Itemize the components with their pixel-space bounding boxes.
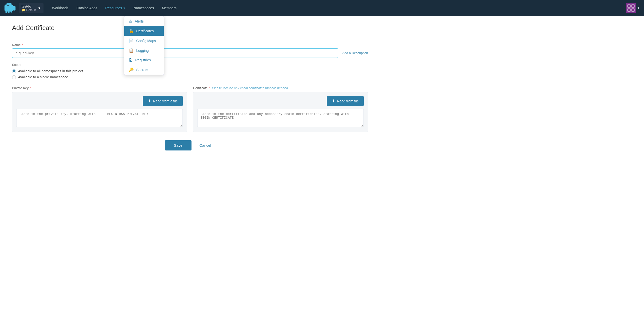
project-chevron-icon: ▼ [38,6,41,10]
scope-all-namespaces[interactable]: Available to all namespaces in this proj… [12,69,368,73]
private-key-box: ⬆ Read from a file [12,92,187,132]
menu-item-config-maps[interactable]: 📄 Config Maps [124,36,164,46]
scope-radio-group: Available to all namespaces in this proj… [12,69,368,79]
certificate-hint: Please include any chain certificates th… [212,86,289,90]
svg-rect-5 [8,11,10,13]
scope-section: Scope Available to all namespaces in thi… [12,63,368,79]
private-key-textarea[interactable] [16,109,183,127]
svg-point-3 [8,5,9,6]
svg-rect-1 [6,3,12,7]
cancel-button[interactable]: Cancel [196,140,215,150]
config-maps-icon: 📄 [129,38,134,43]
project-name: testdo [22,5,36,8]
secrets-icon: 🔑 [129,67,134,72]
certificates-icon: 🔒 [129,29,134,33]
private-key-upload-row: ⬆ Read from a file [16,96,183,106]
save-button[interactable]: Save [165,140,192,150]
svg-rect-13 [628,9,630,11]
navbar-right: ▼ [626,3,640,13]
private-key-upload-btn[interactable]: ⬆ Read from a file [143,96,183,106]
logo[interactable] [4,3,17,14]
user-avatar[interactable] [626,3,636,13]
project-sub: 📁 Default [22,8,36,12]
main-content: Add Certificate Name * Add a Description… [0,16,380,158]
project-selector[interactable]: testdo 📁 Default ▼ [19,3,44,13]
main-nav: Workloads Catalog Apps Resources ▼ Names… [48,4,626,12]
svg-rect-6 [10,11,12,13]
add-description-link[interactable]: Add a Description [342,43,368,55]
page-title: Add Certificate [12,24,368,32]
svg-rect-11 [628,5,630,7]
certificate-label-row: Certificate * Please include any chain c… [193,86,368,90]
nav-catalog-apps[interactable]: Catalog Apps [73,4,101,12]
nav-namespaces[interactable]: Namespaces [130,4,158,12]
certificate-upload-row: ⬆ Read from file [197,96,364,106]
user-chevron-icon[interactable]: ▼ [637,6,640,10]
svg-rect-2 [13,6,16,11]
resources-dropdown: ⚠ Alerts 🔒 Certificates 📄 Config Maps 📋 … [124,16,164,75]
menu-item-alerts[interactable]: ⚠ Alerts [124,16,164,26]
name-required-star: * [22,43,23,47]
scope-label: Scope [12,63,368,67]
menu-item-logging[interactable]: 📋 Logging [124,46,164,55]
private-key-panel: Private Key * ⬆ Read from a file [12,86,187,132]
certificate-box: ⬆ Read from file [193,92,368,132]
scope-single-namespace[interactable]: Available to a single namespace [12,75,368,79]
title-divider [12,36,368,36]
private-key-label: Private Key [12,86,28,90]
menu-item-registries[interactable]: 🗄 Registries [124,55,164,65]
svg-rect-12 [632,5,634,7]
name-label: Name * [12,43,338,47]
certificate-label: Certificate [193,86,208,90]
alerts-icon: ⚠ [129,19,132,24]
menu-item-certificates[interactable]: 🔒 Certificates [124,26,164,36]
scope-single-radio[interactable] [12,75,16,79]
resources-chevron-icon: ▼ [123,7,126,10]
scope-all-radio[interactable] [12,69,16,73]
cert-upload-icon: ⬆ [332,99,335,103]
nav-members[interactable]: Members [158,4,180,12]
key-cert-panels: Private Key * ⬆ Read from a file Certifi… [12,86,368,132]
nav-workloads[interactable]: Workloads [48,4,72,12]
certificate-panel: Certificate * Please include any chain c… [193,86,368,132]
logging-icon: 📋 [129,48,134,53]
certificate-textarea[interactable] [197,109,364,127]
name-input[interactable] [12,48,338,58]
action-row: Save Cancel [12,140,368,150]
private-key-required-star: * [30,86,31,90]
certificate-required-star: * [209,86,210,90]
svg-rect-4 [6,11,7,13]
nav-resources[interactable]: Resources ▼ [102,4,129,12]
svg-rect-14 [632,9,634,11]
certificate-upload-btn[interactable]: ⬆ Read from file [327,96,364,106]
registries-icon: 🗄 [129,58,133,62]
navbar: testdo 📁 Default ▼ Workloads Catalog App… [0,0,644,16]
private-key-label-row: Private Key * [12,86,187,90]
menu-item-secrets[interactable]: 🔑 Secrets [124,65,164,75]
upload-icon: ⬆ [148,99,151,103]
